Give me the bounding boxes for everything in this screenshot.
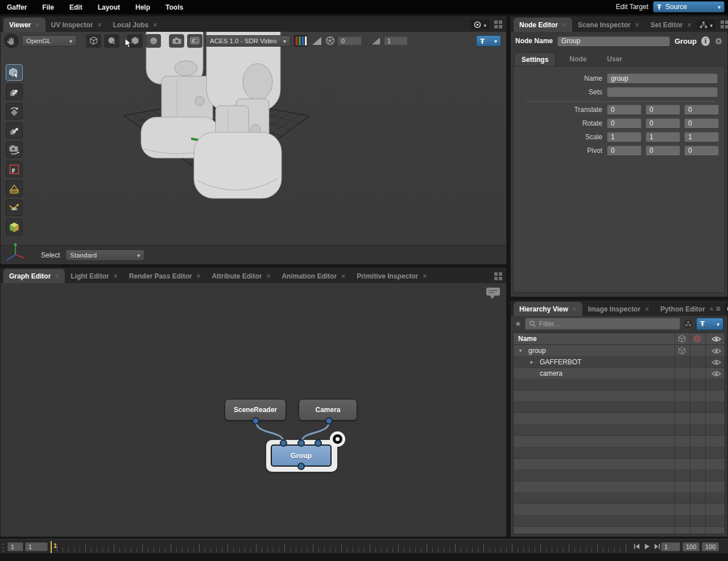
histogram-triangle-icon[interactable] bbox=[311, 36, 322, 46]
menu-edit[interactable]: Edit bbox=[69, 3, 82, 11]
renderer-dropdown[interactable]: OpenGL bbox=[22, 35, 77, 47]
rotate-z-field[interactable] bbox=[684, 118, 719, 128]
close-icon[interactable] bbox=[341, 273, 345, 280]
tab-local-jobs[interactable]: Local Jobs bbox=[107, 18, 163, 32]
close-icon[interactable] bbox=[153, 22, 157, 28]
shading-shaded-button[interactable] bbox=[104, 34, 119, 48]
node-name-field[interactable] bbox=[557, 36, 670, 46]
bookmark-star-icon[interactable] bbox=[515, 319, 522, 328]
close-icon[interactable] bbox=[196, 273, 200, 280]
layout-grid-icon[interactable] bbox=[494, 272, 503, 281]
translate-tool-button[interactable] bbox=[6, 84, 23, 100]
hierarchy-pin-menu[interactable] bbox=[696, 318, 723, 330]
focus-ring-icon[interactable] bbox=[330, 431, 345, 447]
subtab-settings[interactable]: Settings bbox=[514, 52, 556, 66]
close-icon[interactable] bbox=[35, 22, 39, 28]
tab-hierarchy-view[interactable]: Hierarchy View bbox=[514, 302, 582, 316]
close-icon[interactable] bbox=[710, 306, 714, 313]
timeline-start-field[interactable] bbox=[7, 542, 23, 551]
hierarchy-header-row[interactable]: Name bbox=[514, 333, 725, 345]
set-membership-tool-button[interactable] bbox=[6, 219, 23, 235]
timeline-current-field[interactable] bbox=[25, 542, 48, 551]
tab-render-pass-editor[interactable]: Render Pass Editor bbox=[123, 269, 206, 283]
gamma-triangle-icon[interactable] bbox=[371, 36, 381, 45]
filter-search-box[interactable] bbox=[525, 318, 680, 330]
play-icon[interactable] bbox=[643, 543, 651, 550]
scale-tool-button[interactable] bbox=[6, 122, 23, 139]
tab-node-editor[interactable]: Node Editor bbox=[514, 18, 572, 32]
exclusions-cube-icon[interactable] bbox=[693, 335, 701, 343]
menu-help[interactable]: Help bbox=[135, 3, 150, 11]
close-icon[interactable] bbox=[98, 22, 102, 28]
tab-primitive-inspector[interactable]: Primitive Inspector bbox=[351, 269, 432, 283]
close-icon[interactable] bbox=[423, 273, 427, 280]
name-field[interactable] bbox=[607, 73, 718, 83]
layout-grid-icon[interactable] bbox=[494, 20, 503, 29]
subtab-user[interactable]: User bbox=[600, 52, 629, 66]
close-icon[interactable] bbox=[266, 273, 270, 280]
filter-input[interactable] bbox=[539, 320, 676, 328]
menu-layout[interactable]: Layout bbox=[98, 3, 120, 11]
rotate-x-field[interactable] bbox=[607, 118, 642, 128]
tab-light-editor[interactable]: Light Editor bbox=[65, 269, 123, 283]
light-position-tool-button[interactable] bbox=[6, 200, 23, 216]
rotate-y-field[interactable] bbox=[646, 118, 680, 128]
close-icon[interactable] bbox=[55, 273, 59, 280]
select-tool-button[interactable] bbox=[6, 64, 23, 81]
tab-attribute-editor[interactable]: Attribute Editor bbox=[206, 269, 276, 283]
timeline-frame-field[interactable] bbox=[661, 542, 680, 551]
timeline-range-end-field[interactable] bbox=[702, 542, 719, 551]
menu-file[interactable]: File bbox=[42, 3, 54, 11]
light-tool-button[interactable] bbox=[6, 180, 23, 197]
camera-settings-button[interactable] bbox=[169, 34, 184, 48]
exposure-field[interactable] bbox=[338, 36, 362, 45]
exposure-aperture-icon[interactable] bbox=[325, 36, 335, 45]
tab-viewer[interactable]: Viewer bbox=[3, 18, 46, 32]
gear-icon[interactable] bbox=[714, 36, 723, 46]
info-icon[interactable]: i bbox=[701, 36, 710, 46]
graph-canvas[interactable]: SceneReader Camera Group bbox=[1, 283, 506, 536]
port-group-in2[interactable] bbox=[315, 439, 322, 447]
tab-graph-editor[interactable]: Graph Editor bbox=[3, 269, 65, 283]
gamma-field[interactable] bbox=[384, 36, 408, 45]
port-group-in0[interactable] bbox=[280, 439, 287, 447]
render-pass-button[interactable] bbox=[187, 34, 202, 48]
pivot-z-field[interactable] bbox=[684, 146, 719, 155]
timeline-grip[interactable] bbox=[2, 543, 4, 552]
scale-y-field[interactable] bbox=[646, 132, 680, 142]
scale-x-field[interactable] bbox=[607, 132, 642, 142]
tab-image-inspector[interactable]: Image Inspector bbox=[582, 302, 655, 316]
tab-animation-editor[interactable]: Animation Editor bbox=[276, 269, 351, 283]
rotate-tool-button[interactable] bbox=[6, 103, 23, 119]
close-icon[interactable] bbox=[687, 22, 691, 28]
translate-z-field[interactable] bbox=[684, 105, 719, 114]
row-group[interactable]: group bbox=[514, 345, 725, 356]
timeline-end-field[interactable] bbox=[682, 542, 700, 551]
skip-to-end-icon[interactable] bbox=[653, 543, 661, 550]
visibility-eye-icon[interactable] bbox=[712, 359, 721, 365]
channels-rgb-icon[interactable] bbox=[293, 35, 308, 47]
menu-gaffer[interactable]: Gaffer bbox=[7, 3, 27, 11]
inclusions-cube-icon[interactable] bbox=[678, 335, 686, 343]
port-group-in1[interactable] bbox=[297, 439, 305, 447]
close-icon[interactable] bbox=[635, 22, 639, 28]
menu-tools[interactable]: Tools bbox=[166, 3, 183, 11]
timeline-playhead[interactable] bbox=[51, 541, 52, 553]
shading-wireframe-button[interactable] bbox=[86, 34, 101, 48]
pan-hand-button[interactable] bbox=[4, 34, 19, 48]
close-icon[interactable] bbox=[114, 273, 118, 280]
menu-icon[interactable] bbox=[716, 305, 721, 313]
row-gafferbot[interactable]: GAFFERBOT bbox=[514, 356, 725, 368]
translate-y-field[interactable] bbox=[646, 105, 680, 114]
edit-target-dropdown[interactable]: Source bbox=[653, 1, 725, 13]
viewer-pin-menu[interactable] bbox=[476, 35, 501, 47]
focus-menu-button[interactable] bbox=[471, 19, 489, 30]
pivot-y-field[interactable] bbox=[646, 146, 680, 155]
translate-x-field[interactable] bbox=[607, 105, 642, 114]
scale-z-field[interactable] bbox=[684, 132, 719, 142]
sets-filter-icon[interactable] bbox=[684, 319, 693, 329]
sets-field[interactable] bbox=[607, 87, 718, 97]
close-icon[interactable] bbox=[645, 306, 649, 313]
select-mode-dropdown[interactable]: Standard bbox=[65, 250, 144, 261]
subtab-node[interactable]: Node bbox=[562, 52, 593, 66]
